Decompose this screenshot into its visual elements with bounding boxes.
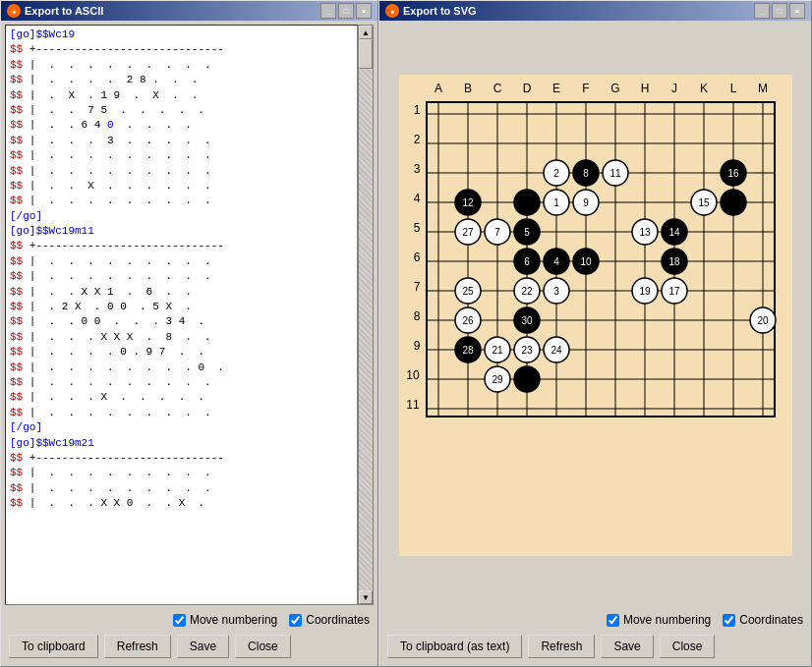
svg-text:11: 11 [609, 168, 621, 179]
svg-text:4: 4 [553, 256, 559, 267]
svg-text:7: 7 [494, 227, 500, 238]
ascii-line: $$ | . . 7 5 . . . . . [10, 103, 353, 118]
svg-text:3: 3 [413, 162, 420, 176]
svg-window-icon: ● [385, 4, 399, 18]
svg-maximize-button[interactable]: □ [772, 3, 787, 19]
ascii-line: $$ | . . . . . . . . . [10, 58, 353, 73]
ascii-line: $$ +----------------------------- [10, 42, 353, 57]
svg-text:H: H [640, 82, 649, 95]
svg-point-109 [514, 366, 540, 392]
scrollbar[interactable]: ▲ ▼ [358, 25, 374, 605]
ascii-line: $$ | . X . 1 9 . X . . [10, 88, 353, 103]
svg-move-numbering-label: Move numbering [623, 613, 711, 627]
ascii-line: $$ | . . . 3 . . . . . [10, 134, 353, 148]
svg-text:F: F [582, 82, 589, 95]
ascii-button-row: To clipboard Refresh Save Close [1, 631, 377, 666]
ascii-line: [/go] [10, 209, 353, 224]
svg-move-numbering-checkbox[interactable] [607, 614, 619, 627]
svg-content: A B C D E F G H J K L M 1 2 3 4 5 6 7 [379, 21, 811, 666]
ascii-line: $$ | . . . X . . . . . [10, 390, 353, 405]
svg-text:28: 28 [462, 345, 474, 356]
svg-text:9: 9 [583, 197, 589, 208]
svg-coordinates-label: Coordinates [739, 613, 803, 627]
svg-text:K: K [699, 82, 707, 95]
ascii-text-area[interactable]: [go]$$Wc19 $$ +-------------------------… [5, 25, 358, 605]
svg-move-numbering-option[interactable]: Move numbering [607, 613, 711, 627]
ascii-line: $$ | . . . X X 0 . . X . [10, 496, 353, 511]
svg-minimize-button[interactable]: _ [754, 3, 770, 19]
scroll-thumb[interactable] [359, 39, 373, 69]
maximize-button[interactable]: □ [338, 3, 354, 19]
svg-text:G: G [610, 82, 619, 95]
svg-text:30: 30 [521, 315, 533, 326]
ascii-line: $$ | . . X . . . . . . [10, 179, 353, 194]
svg-title: Export to SVG [403, 5, 477, 17]
svg-refresh-button[interactable]: Refresh [528, 635, 595, 658]
svg-rect-46 [427, 102, 775, 417]
svg-point-57 [514, 190, 540, 215]
svg-text:21: 21 [492, 345, 503, 356]
ascii-line: $$ | . . 6 4 0 . . . . [10, 118, 353, 133]
svg-close-button[interactable]: Close [660, 635, 716, 658]
window-icon: ● [7, 4, 21, 18]
svg-text:23: 23 [521, 345, 533, 356]
svg-text:10: 10 [580, 256, 592, 267]
save-button[interactable]: Save [177, 635, 229, 658]
svg-text:11: 11 [406, 398, 420, 412]
coordinates-label: Coordinates [306, 613, 370, 627]
scroll-down-button[interactable]: ▼ [359, 590, 373, 604]
svg-text:15: 15 [698, 197, 710, 208]
svg-text:22: 22 [521, 286, 533, 297]
svg-titlebar: ● Export to SVG _ □ × [379, 1, 811, 21]
svg-to-clipboard-button[interactable]: To clipboard (as text) [387, 635, 522, 658]
svg-text:9: 9 [413, 339, 420, 353]
ascii-line: $$ | . . . . . . . . . [10, 254, 353, 269]
coordinates-checkbox[interactable] [289, 614, 302, 627]
svg-coordinates-option[interactable]: Coordinates [723, 613, 803, 627]
ascii-line: $$ +----------------------------- [10, 451, 353, 466]
ascii-line: $$ | . . 0 0 . . . 3 4 . [10, 314, 353, 329]
scroll-up-button[interactable]: ▲ [359, 26, 373, 39]
ascii-line: $$ +----------------------------- [10, 239, 353, 253]
svg-text:M: M [758, 82, 768, 95]
svg-text:8: 8 [583, 168, 589, 179]
move-numbering-option[interactable]: Move numbering [173, 613, 277, 627]
svg-text:14: 14 [668, 227, 680, 238]
svg-point-64 [721, 190, 746, 215]
close-button[interactable]: Close [235, 635, 291, 658]
svg-text:2: 2 [413, 133, 420, 146]
svg-text:B: B [463, 82, 471, 95]
svg-text:16: 16 [727, 168, 739, 179]
move-numbering-checkbox[interactable] [173, 614, 186, 627]
close-button[interactable]: × [356, 3, 372, 19]
ascii-title: Export to ASCII [25, 5, 103, 17]
svg-text:5: 5 [524, 227, 530, 238]
ascii-window: ● Export to ASCII _ □ × [go]$$Wc19 $$ +-… [0, 0, 378, 667]
svg-text:2: 2 [553, 168, 559, 179]
coordinates-option[interactable]: Coordinates [289, 613, 370, 627]
svg-text:6: 6 [413, 250, 420, 264]
scroll-track [359, 69, 373, 590]
minimize-button[interactable]: _ [320, 3, 336, 19]
svg-text:10: 10 [406, 368, 420, 382]
svg-text:4: 4 [413, 192, 420, 205]
ascii-line: $$ | . . . . . . . . . [10, 269, 353, 284]
ascii-line: [/go] [10, 420, 353, 435]
svg-titlebar-controls: _ □ × [754, 3, 805, 19]
svg-close-button[interactable]: × [789, 3, 805, 19]
ascii-titlebar: ● Export to ASCII _ □ × [1, 1, 377, 21]
titlebar-left: ● Export to ASCII [7, 4, 103, 18]
svg-text:1: 1 [553, 197, 559, 208]
svg-text:25: 25 [462, 286, 474, 297]
ascii-line: $$ | . . . . 0 . 9 7 . . [10, 345, 353, 360]
go-board-svg: A B C D E F G H J K L M 1 2 3 4 5 6 7 [399, 75, 792, 556]
svg-text:6: 6 [524, 256, 530, 267]
svg-text:1: 1 [413, 103, 420, 117]
refresh-button[interactable]: Refresh [104, 635, 171, 658]
svg-text:18: 18 [668, 256, 680, 267]
svg-coordinates-checkbox[interactable] [723, 614, 735, 627]
svg-text:12: 12 [462, 197, 474, 208]
svg-text:17: 17 [668, 286, 680, 297]
to-clipboard-button[interactable]: To clipboard [9, 635, 98, 658]
svg-save-button[interactable]: Save [601, 635, 653, 658]
